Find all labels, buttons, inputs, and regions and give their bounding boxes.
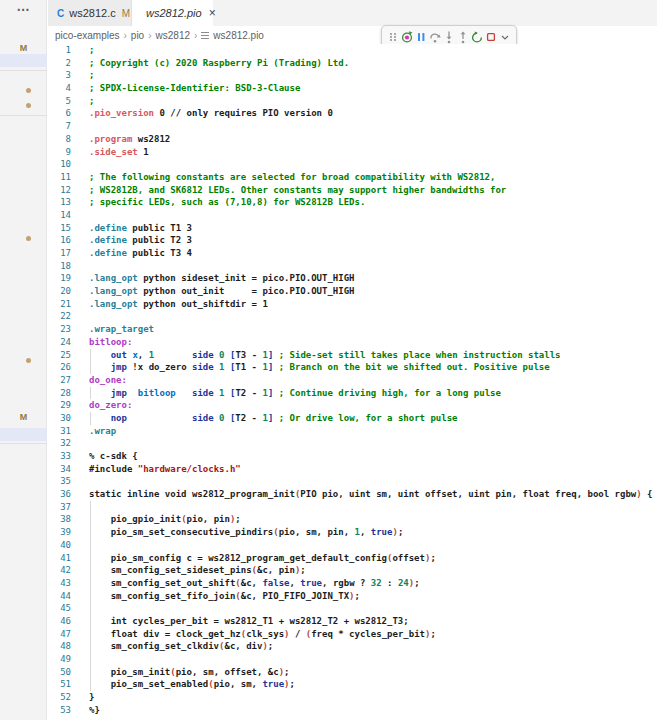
restart-icon[interactable] (470, 30, 484, 44)
line-number[interactable]: 16 (48, 234, 71, 247)
line-number[interactable]: 9 (48, 146, 71, 159)
code-line[interactable]: 7 (48, 120, 657, 133)
code-line[interactable]: 23.wrap_target (48, 323, 657, 336)
code-line[interactable]: 40 (48, 539, 657, 552)
code-line[interactable]: 21.lang_opt python out_shiftdir = 1 (48, 298, 657, 311)
code-line[interactable]: 24bitloop: (48, 336, 657, 349)
gripper-icon[interactable] (386, 30, 400, 44)
line-number[interactable]: 23 (48, 323, 71, 336)
line-number[interactable]: 7 (48, 120, 71, 133)
line-number[interactable]: 18 (48, 260, 71, 273)
code-line[interactable]: 44 sm_config_set_fifo_join(&c, PIO_FIFO_… (48, 590, 657, 603)
line-number[interactable]: 40 (48, 539, 71, 552)
line-number[interactable]: 44 (48, 590, 71, 603)
line-number[interactable]: 50 (48, 666, 71, 679)
line-number[interactable]: 10 (48, 158, 71, 171)
step-out-icon[interactable] (456, 30, 470, 44)
line-number[interactable]: 11 (48, 171, 71, 184)
line-number[interactable]: 27 (48, 374, 71, 387)
code-line[interactable]: 26 jmp !x do_zero side 1 [T1 - 1] ; Bran… (48, 361, 657, 374)
line-number[interactable]: 41 (48, 552, 71, 565)
tab-ws2812-pio[interactable]: ws2812.pio × (132, 0, 213, 26)
code-line[interactable]: 50 pio_sm_init(pio, sm, offset, &c); (48, 666, 657, 679)
line-number[interactable]: 29 (48, 399, 71, 412)
close-icon[interactable]: × (209, 8, 216, 18)
code-line[interactable]: 3; (48, 69, 657, 82)
code-line[interactable]: 11; The following constants are selected… (48, 171, 657, 184)
code-line[interactable]: 27do_one: (48, 374, 657, 387)
code-line[interactable]: 35 (48, 475, 657, 488)
line-number[interactable]: 6 (48, 107, 71, 120)
line-number[interactable]: 34 (48, 463, 71, 476)
line-number[interactable]: 42 (48, 564, 71, 577)
code-line[interactable]: 25 out x, 1 side 0 [T3 - 1] ; Side-set s… (48, 349, 657, 362)
code-line[interactable]: 46 int cycles_per_bit = ws2812_T1 + ws28… (48, 615, 657, 628)
line-number[interactable]: 25 (48, 349, 71, 362)
line-number[interactable]: 46 (48, 615, 71, 628)
line-number[interactable]: 5 (48, 95, 71, 108)
line-number[interactable]: 28 (48, 387, 71, 400)
code-line[interactable]: 33% c-sdk { (48, 450, 657, 463)
line-number[interactable]: 3 (48, 69, 71, 82)
line-number[interactable]: 17 (48, 247, 71, 260)
line-number[interactable]: 43 (48, 577, 71, 590)
code-line[interactable]: 52} (48, 691, 657, 704)
line-number[interactable]: 52 (48, 691, 71, 704)
code-line[interactable]: 19.lang_opt python sideset_init = pico.P… (48, 272, 657, 285)
line-number[interactable]: 47 (48, 628, 71, 641)
code-line[interactable]: 31.wrap (48, 425, 657, 438)
code-line[interactable]: 16.define public T2 3 (48, 234, 657, 247)
line-number[interactable]: 12 (48, 184, 71, 197)
code-line[interactable]: 15.define public T1 3 (48, 222, 657, 235)
breadcrumb-item[interactable]: ws2812.pio (213, 30, 264, 41)
line-number[interactable]: 37 (48, 501, 71, 514)
chevron-down-icon[interactable] (498, 30, 512, 44)
line-number[interactable]: 33 (48, 450, 71, 463)
line-number[interactable]: 8 (48, 133, 71, 146)
code-line[interactable]: 20.lang_opt python out_init = pico.PIO.O… (48, 285, 657, 298)
line-number[interactable]: 53 (48, 704, 71, 717)
code-line[interactable]: 41 pio_sm_config c = ws2812_program_get_… (48, 552, 657, 565)
code-line[interactable]: 53%} (48, 704, 657, 717)
line-number[interactable]: 13 (48, 196, 71, 209)
code-line[interactable]: 28 jmp bitloop side 1 [T2 - 1] ; Continu… (48, 387, 657, 400)
code-line[interactable]: 42 sm_config_set_sideset_pins(&c, pin); (48, 564, 657, 577)
line-number[interactable]: 32 (48, 437, 71, 450)
code-line[interactable]: 37 (48, 501, 657, 514)
code-line[interactable]: 18 (48, 260, 657, 273)
code-line[interactable]: 32 (48, 437, 657, 450)
code-line[interactable]: 36static inline void ws2812_program_init… (48, 488, 657, 501)
code-line[interactable]: 8.program ws2812 (48, 133, 657, 146)
breadcrumb-item[interactable]: ws2812 (156, 30, 190, 41)
code-line[interactable]: 34#include "hardware/clocks.h" (48, 463, 657, 476)
code-line[interactable]: 45 (48, 602, 657, 615)
code-line[interactable]: 6.pio_version 0 // only requires PIO ver… (48, 107, 657, 120)
code-line[interactable]: 49 (48, 653, 657, 666)
pause-icon[interactable] (414, 30, 428, 44)
line-number[interactable]: 24 (48, 336, 71, 349)
line-number[interactable]: 49 (48, 653, 71, 666)
line-number[interactable]: 22 (48, 310, 71, 323)
code-line[interactable]: 9.side_set 1 (48, 146, 657, 159)
step-over-icon[interactable] (428, 30, 442, 44)
code-line[interactable]: 14 (48, 209, 657, 222)
code-line[interactable]: 22 (48, 310, 657, 323)
code-line[interactable]: 5; (48, 95, 657, 108)
code-line[interactable]: 4; SPDX-License-Identifier: BSD-3-Clause (48, 82, 657, 95)
code-line[interactable]: 29do_zero: (48, 399, 657, 412)
code-line[interactable]: 30 nop side 0 [T2 - 1] ; Or drive low, f… (48, 412, 657, 425)
line-number[interactable]: 45 (48, 602, 71, 615)
line-number[interactable]: 36 (48, 488, 71, 501)
code-line[interactable]: 39 pio_sm_set_consecutive_pindirs(pio, s… (48, 526, 657, 539)
line-number[interactable]: 20 (48, 285, 71, 298)
step-into-icon[interactable] (442, 30, 456, 44)
line-number[interactable]: 31 (48, 425, 71, 438)
code-line[interactable]: 51 pio_sm_set_enabled(pio, sm, true); (48, 678, 657, 691)
line-number[interactable]: 38 (48, 513, 71, 526)
stop-icon[interactable] (484, 30, 498, 44)
code-line[interactable]: 10 (48, 158, 657, 171)
code-line[interactable]: 17.define public T3 4 (48, 247, 657, 260)
line-number[interactable]: 48 (48, 640, 71, 653)
line-number[interactable]: 15 (48, 222, 71, 235)
breadcrumb-item[interactable]: pico-examples (55, 30, 119, 41)
